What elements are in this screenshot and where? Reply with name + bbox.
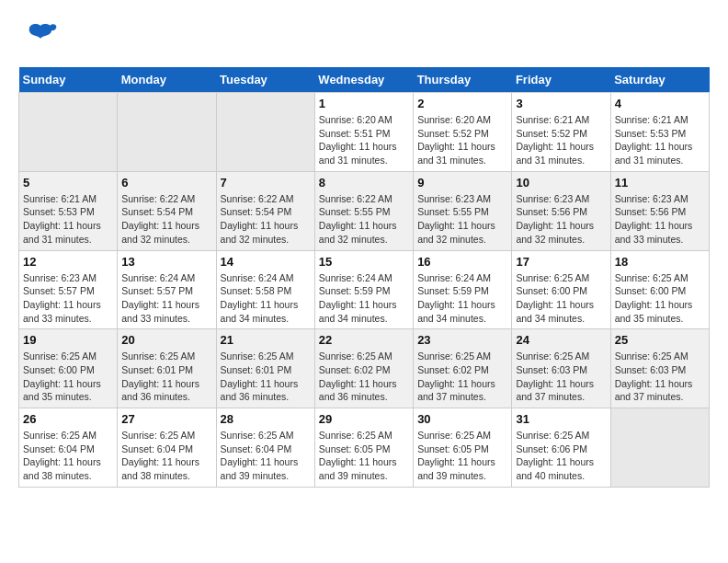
logo-bird-icon <box>24 18 57 58</box>
day-info: Sunrise: 6:24 AMSunset: 5:59 PMDaylight:… <box>417 271 507 326</box>
col-header-friday: Friday <box>512 67 610 93</box>
day-number: 11 <box>615 176 705 190</box>
day-number: 12 <box>23 255 113 269</box>
day-info: Sunrise: 6:23 AMSunset: 5:57 PMDaylight:… <box>23 271 113 326</box>
day-number: 24 <box>516 333 606 347</box>
day-number: 4 <box>615 97 705 110</box>
day-info: Sunrise: 6:25 AMSunset: 6:05 PMDaylight:… <box>417 429 507 483</box>
calendar-cell: 21Sunrise: 6:25 AMSunset: 6:01 PMDayligh… <box>216 329 314 408</box>
day-info: Sunrise: 6:22 AMSunset: 5:55 PMDaylight:… <box>319 192 409 247</box>
day-number: 27 <box>121 412 211 426</box>
day-number: 18 <box>615 255 705 269</box>
day-info: Sunrise: 6:25 AMSunset: 6:00 PMDaylight:… <box>615 271 705 326</box>
calendar-cell: 13Sunrise: 6:24 AMSunset: 5:57 PMDayligh… <box>118 250 216 329</box>
day-info: Sunrise: 6:22 AMSunset: 5:54 PMDaylight:… <box>121 192 211 247</box>
day-info: Sunrise: 6:21 AMSunset: 5:53 PMDaylight:… <box>23 192 113 247</box>
day-info: Sunrise: 6:21 AMSunset: 5:52 PMDaylight:… <box>516 113 606 167</box>
calendar-cell: 30Sunrise: 6:25 AMSunset: 6:05 PMDayligh… <box>414 408 512 488</box>
col-header-sunday: Sunday <box>19 67 118 93</box>
day-info: Sunrise: 6:20 AMSunset: 5:51 PMDaylight:… <box>319 113 409 167</box>
calendar-cell: 28Sunrise: 6:25 AMSunset: 6:04 PMDayligh… <box>216 408 314 488</box>
calendar-cell: 31Sunrise: 6:25 AMSunset: 6:06 PMDayligh… <box>512 408 610 488</box>
calendar-cell <box>610 408 709 488</box>
calendar-cell: 8Sunrise: 6:22 AMSunset: 5:55 PMDaylight… <box>314 171 413 250</box>
calendar-cell: 16Sunrise: 6:24 AMSunset: 5:59 PMDayligh… <box>414 250 512 329</box>
calendar-cell: 24Sunrise: 6:25 AMSunset: 6:03 PMDayligh… <box>512 329 610 408</box>
day-number: 22 <box>319 333 409 347</box>
day-number: 29 <box>319 412 409 426</box>
day-number: 26 <box>23 412 113 426</box>
day-info: Sunrise: 6:25 AMSunset: 6:03 PMDaylight:… <box>516 350 606 404</box>
calendar-cell: 1Sunrise: 6:20 AMSunset: 5:51 PMDaylight… <box>314 93 413 172</box>
day-info: Sunrise: 6:23 AMSunset: 5:56 PMDaylight:… <box>516 192 606 247</box>
day-number: 9 <box>417 176 507 190</box>
day-info: Sunrise: 6:25 AMSunset: 6:06 PMDaylight:… <box>516 429 606 483</box>
calendar-cell: 26Sunrise: 6:25 AMSunset: 6:04 PMDayligh… <box>19 408 118 488</box>
calendar-cell <box>216 93 314 172</box>
day-number: 16 <box>417 255 507 269</box>
day-number: 30 <box>417 412 507 426</box>
calendar-cell: 27Sunrise: 6:25 AMSunset: 6:04 PMDayligh… <box>118 408 216 488</box>
calendar-cell <box>19 93 118 172</box>
calendar-cell: 6Sunrise: 6:22 AMSunset: 5:54 PMDaylight… <box>118 171 216 250</box>
day-number: 19 <box>23 333 113 347</box>
day-info: Sunrise: 6:25 AMSunset: 6:02 PMDaylight:… <box>417 350 507 404</box>
col-header-wednesday: Wednesday <box>314 67 413 93</box>
day-number: 5 <box>23 176 113 190</box>
calendar-cell: 2Sunrise: 6:20 AMSunset: 5:52 PMDaylight… <box>414 93 512 172</box>
calendar-cell: 22Sunrise: 6:25 AMSunset: 6:02 PMDayligh… <box>314 329 413 408</box>
calendar-cell: 20Sunrise: 6:25 AMSunset: 6:01 PMDayligh… <box>118 329 216 408</box>
calendar-cell: 29Sunrise: 6:25 AMSunset: 6:05 PMDayligh… <box>314 408 413 488</box>
calendar-header: SundayMondayTuesdayWednesdayThursdayFrid… <box>19 67 710 93</box>
day-info: Sunrise: 6:25 AMSunset: 6:04 PMDaylight:… <box>221 429 311 483</box>
day-number: 21 <box>221 333 311 347</box>
calendar-cell: 4Sunrise: 6:21 AMSunset: 5:53 PMDaylight… <box>610 93 709 172</box>
day-number: 17 <box>516 255 606 269</box>
day-number: 14 <box>221 255 311 269</box>
day-number: 31 <box>516 412 606 426</box>
calendar-cell: 25Sunrise: 6:25 AMSunset: 6:03 PMDayligh… <box>610 329 709 408</box>
day-info: Sunrise: 6:24 AMSunset: 5:58 PMDaylight:… <box>221 271 311 326</box>
day-number: 3 <box>516 97 606 110</box>
day-info: Sunrise: 6:21 AMSunset: 5:53 PMDaylight:… <box>615 113 705 167</box>
day-info: Sunrise: 6:24 AMSunset: 5:57 PMDaylight:… <box>121 271 211 326</box>
day-number: 28 <box>221 412 311 426</box>
day-info: Sunrise: 6:23 AMSunset: 5:55 PMDaylight:… <box>417 192 507 247</box>
day-number: 10 <box>516 176 606 190</box>
day-info: Sunrise: 6:25 AMSunset: 6:01 PMDaylight:… <box>221 350 311 404</box>
calendar-table: SundayMondayTuesdayWednesdayThursdayFrid… <box>18 67 710 488</box>
day-number: 23 <box>417 333 507 347</box>
day-info: Sunrise: 6:25 AMSunset: 6:04 PMDaylight:… <box>23 429 113 483</box>
day-info: Sunrise: 6:25 AMSunset: 6:05 PMDaylight:… <box>319 429 409 483</box>
day-number: 20 <box>121 333 211 347</box>
day-info: Sunrise: 6:24 AMSunset: 5:59 PMDaylight:… <box>319 271 409 326</box>
day-info: Sunrise: 6:25 AMSunset: 6:03 PMDaylight:… <box>615 350 705 404</box>
day-info: Sunrise: 6:25 AMSunset: 6:04 PMDaylight:… <box>121 429 211 483</box>
calendar-cell <box>118 93 216 172</box>
day-info: Sunrise: 6:23 AMSunset: 5:56 PMDaylight:… <box>615 192 705 247</box>
day-number: 6 <box>121 176 211 190</box>
day-info: Sunrise: 6:20 AMSunset: 5:52 PMDaylight:… <box>417 113 507 167</box>
calendar-cell: 10Sunrise: 6:23 AMSunset: 5:56 PMDayligh… <box>512 171 610 250</box>
logo <box>18 18 57 58</box>
day-number: 1 <box>319 97 409 110</box>
day-number: 13 <box>121 255 211 269</box>
col-header-saturday: Saturday <box>610 67 709 93</box>
calendar-cell: 17Sunrise: 6:25 AMSunset: 6:00 PMDayligh… <box>512 250 610 329</box>
calendar-cell: 23Sunrise: 6:25 AMSunset: 6:02 PMDayligh… <box>414 329 512 408</box>
day-info: Sunrise: 6:25 AMSunset: 6:01 PMDaylight:… <box>121 350 211 404</box>
calendar-cell: 14Sunrise: 6:24 AMSunset: 5:58 PMDayligh… <box>216 250 314 329</box>
day-number: 25 <box>615 333 705 347</box>
calendar-cell: 12Sunrise: 6:23 AMSunset: 5:57 PMDayligh… <box>19 250 118 329</box>
col-header-thursday: Thursday <box>414 67 512 93</box>
day-info: Sunrise: 6:22 AMSunset: 5:54 PMDaylight:… <box>221 192 311 247</box>
calendar-cell: 11Sunrise: 6:23 AMSunset: 5:56 PMDayligh… <box>610 171 709 250</box>
calendar-cell: 15Sunrise: 6:24 AMSunset: 5:59 PMDayligh… <box>314 250 413 329</box>
calendar-cell: 9Sunrise: 6:23 AMSunset: 5:55 PMDaylight… <box>414 171 512 250</box>
day-number: 2 <box>417 97 507 110</box>
col-header-tuesday: Tuesday <box>216 67 314 93</box>
calendar-cell: 5Sunrise: 6:21 AMSunset: 5:53 PMDaylight… <box>19 171 118 250</box>
day-number: 7 <box>221 176 311 190</box>
col-header-monday: Monday <box>118 67 216 93</box>
day-info: Sunrise: 6:25 AMSunset: 6:02 PMDaylight:… <box>319 350 409 404</box>
